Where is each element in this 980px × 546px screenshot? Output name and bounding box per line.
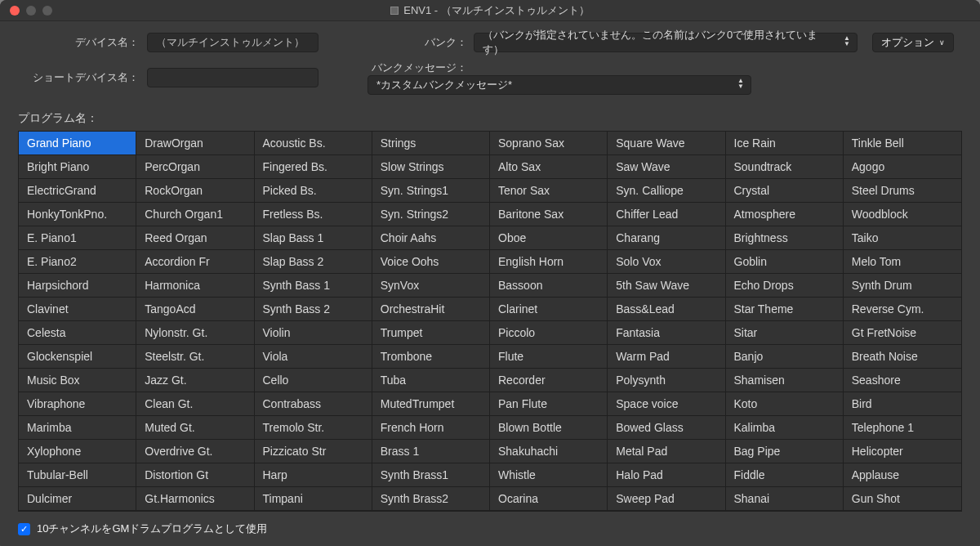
program-cell[interactable]: Trombone <box>372 345 490 369</box>
program-cell[interactable]: Helicopter <box>844 440 961 463</box>
program-cell[interactable]: Strings <box>372 132 490 155</box>
program-cell[interactable]: Slow Strings <box>372 155 490 179</box>
program-cell[interactable]: Woodblock <box>844 203 961 226</box>
program-cell[interactable]: French Horn <box>372 416 490 440</box>
program-cell[interactable]: Synth Brass2 <box>372 487 490 511</box>
program-cell[interactable]: Alto Sax <box>490 155 608 179</box>
program-cell[interactable]: Reverse Cym. <box>844 298 961 321</box>
program-cell[interactable]: Charang <box>608 226 725 250</box>
program-cell[interactable]: Brass 1 <box>372 440 490 463</box>
program-cell[interactable]: Glockenspiel <box>19 345 136 369</box>
program-cell[interactable]: Applause <box>844 463 961 487</box>
program-cell[interactable]: Fantasia <box>608 321 725 345</box>
program-cell[interactable]: TangoAcd <box>136 298 254 321</box>
program-cell[interactable]: 5th Saw Wave <box>608 274 725 298</box>
program-cell[interactable]: Overdrive Gt. <box>136 440 254 463</box>
program-cell[interactable]: Chiffer Lead <box>608 203 725 226</box>
program-cell[interactable]: Bright Piano <box>19 155 136 179</box>
program-cell[interactable]: Piccolo <box>490 321 608 345</box>
program-cell[interactable]: Dulcimer <box>19 487 136 511</box>
bank-select[interactable]: （バンクが指定されていません。この名前はバンク0で使用されています） ▲▼ <box>474 33 858 52</box>
program-cell[interactable]: Distortion Gt <box>136 463 254 487</box>
program-cell[interactable]: Space voice <box>608 392 725 416</box>
program-cell[interactable]: Jazz Gt. <box>136 369 254 392</box>
program-cell[interactable]: Whistle <box>490 463 608 487</box>
program-cell[interactable]: Violin <box>255 321 372 345</box>
program-cell[interactable]: Banjo <box>726 345 844 369</box>
program-cell[interactable]: Ice Rain <box>726 132 844 155</box>
program-cell[interactable]: Bass&Lead <box>608 298 725 321</box>
program-cell[interactable]: Tremolo Str. <box>255 416 372 440</box>
program-cell[interactable]: Square Wave <box>608 132 725 155</box>
program-cell[interactable]: Viola <box>255 345 372 369</box>
program-cell[interactable]: Syn. Strings1 <box>372 179 490 203</box>
close-icon[interactable] <box>10 6 20 16</box>
program-cell[interactable]: Brightness <box>726 226 844 250</box>
program-cell[interactable]: Seashore <box>844 369 961 392</box>
program-cell[interactable]: Music Box <box>19 369 136 392</box>
program-cell[interactable]: Koto <box>726 392 844 416</box>
program-cell[interactable]: Reed Organ <box>136 226 254 250</box>
program-cell[interactable]: Bassoon <box>490 274 608 298</box>
program-cell[interactable]: Clean Gt. <box>136 392 254 416</box>
program-cell[interactable]: Picked Bs. <box>255 179 372 203</box>
program-cell[interactable]: Taiko <box>844 226 961 250</box>
program-cell[interactable]: Goblin <box>726 250 844 274</box>
program-cell[interactable]: Shamisen <box>726 369 844 392</box>
program-cell[interactable]: DrawOrgan <box>136 132 254 155</box>
program-cell[interactable]: Syn. Strings2 <box>372 203 490 226</box>
program-cell[interactable]: RockOrgan <box>136 179 254 203</box>
program-cell[interactable]: Bird <box>844 392 961 416</box>
program-cell[interactable]: Harp <box>255 463 372 487</box>
program-cell[interactable]: Trumpet <box>372 321 490 345</box>
program-cell[interactable]: Muted Gt. <box>136 416 254 440</box>
program-cell[interactable]: Warm Pad <box>608 345 725 369</box>
program-cell[interactable]: Synth Brass1 <box>372 463 490 487</box>
program-cell[interactable]: Harmonica <box>136 274 254 298</box>
program-cell[interactable]: Gt FretNoise <box>844 321 961 345</box>
program-cell[interactable]: Crystal <box>726 179 844 203</box>
program-cell[interactable]: Grand Piano <box>19 132 136 155</box>
program-cell[interactable]: Nylonstr. Gt. <box>136 321 254 345</box>
program-cell[interactable]: Telephone 1 <box>844 416 961 440</box>
option-button[interactable]: オプション ∨ <box>872 33 954 52</box>
program-cell[interactable]: Harpsichord <box>19 274 136 298</box>
program-cell[interactable]: Voice Oohs <box>372 250 490 274</box>
program-cell[interactable]: Celesta <box>19 321 136 345</box>
gm-drum-checkbox[interactable]: ✓ <box>18 523 30 535</box>
program-cell[interactable]: Shanai <box>726 487 844 511</box>
program-cell[interactable]: Clavinet <box>19 298 136 321</box>
program-cell[interactable]: Blown Bottle <box>490 416 608 440</box>
program-cell[interactable]: Bag Pipe <box>726 440 844 463</box>
program-cell[interactable]: Accordion Fr <box>136 250 254 274</box>
program-cell[interactable]: Vibraphone <box>19 392 136 416</box>
program-cell[interactable]: Fretless Bs. <box>255 203 372 226</box>
program-cell[interactable]: Melo Tom <box>844 250 961 274</box>
program-cell[interactable]: Ocarina <box>490 487 608 511</box>
device-name-field[interactable]: （マルチインストゥルメント） <box>147 33 318 52</box>
program-cell[interactable]: Star Theme <box>726 298 844 321</box>
program-cell[interactable]: Marimba <box>19 416 136 440</box>
program-cell[interactable]: Breath Noise <box>844 345 961 369</box>
program-cell[interactable]: OrchestraHit <box>372 298 490 321</box>
program-cell[interactable]: MutedTrumpet <box>372 392 490 416</box>
program-cell[interactable]: Oboe <box>490 226 608 250</box>
program-cell[interactable]: Baritone Sax <box>490 203 608 226</box>
program-cell[interactable]: Contrabass <box>255 392 372 416</box>
program-cell[interactable]: Xylophone <box>19 440 136 463</box>
program-cell[interactable]: Polysynth <box>608 369 725 392</box>
program-cell[interactable]: Fiddle <box>726 463 844 487</box>
program-cell[interactable]: Halo Pad <box>608 463 725 487</box>
program-cell[interactable]: Timpani <box>255 487 372 511</box>
program-cell[interactable]: Church Organ1 <box>136 203 254 226</box>
program-cell[interactable]: SynVox <box>372 274 490 298</box>
program-cell[interactable]: Atmosphere <box>726 203 844 226</box>
program-cell[interactable]: Soundtrack <box>726 155 844 179</box>
program-cell[interactable]: Sweep Pad <box>608 487 725 511</box>
program-cell[interactable]: ElectricGrand <box>19 179 136 203</box>
program-cell[interactable]: Slap Bass 2 <box>255 250 372 274</box>
program-cell[interactable]: Synth Bass 1 <box>255 274 372 298</box>
program-cell[interactable]: Tinkle Bell <box>844 132 961 155</box>
program-cell[interactable]: Steel Drums <box>844 179 961 203</box>
program-cell[interactable]: Fingered Bs. <box>255 155 372 179</box>
